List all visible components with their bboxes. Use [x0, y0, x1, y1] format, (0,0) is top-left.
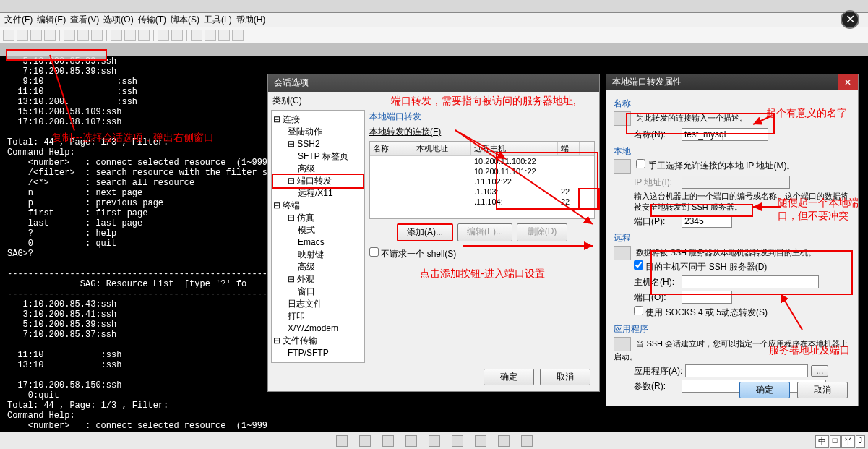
- zoom-out-icon[interactable]: [405, 435, 417, 447]
- menu-view[interactable]: 查看(V): [70, 14, 99, 26]
- menu-help[interactable]: 帮助(H): [236, 14, 266, 26]
- toolbar-button[interactable]: [111, 30, 122, 41]
- category-tree[interactable]: ⊟ 连接 登陆动作 ⊟ SSH2 SFTP 标签页 高级 ⊟ 端口转发 远程/X…: [271, 110, 365, 363]
- tree-item[interactable]: 日志文件: [273, 298, 363, 310]
- status-icon[interactable]: [498, 435, 510, 447]
- close-overlay-button[interactable]: ✕: [841, 10, 859, 29]
- toolbar-button[interactable]: [91, 30, 103, 41]
- computer-icon: [614, 159, 631, 174]
- tree-item[interactable]: X/Y/Zmodem: [273, 322, 363, 335]
- rocket-icon: [614, 337, 631, 351]
- annotation-box: [6, 49, 107, 61]
- app-input[interactable]: [685, 364, 808, 377]
- table-row[interactable]: .11.102:22: [370, 176, 594, 187]
- tree-item[interactable]: FTP/SFTP: [273, 347, 363, 359]
- ok-button[interactable]: 确定: [739, 382, 790, 398]
- close-icon[interactable]: ✕: [838, 74, 858, 90]
- cancel-button[interactable]: 取消: [540, 369, 590, 385]
- zoom-in-icon[interactable]: [382, 435, 394, 447]
- menu-file[interactable]: 文件(F): [4, 14, 33, 26]
- tree-item[interactable]: 映射键: [273, 249, 363, 261]
- rport-input[interactable]: [682, 291, 732, 304]
- tree-terminal[interactable]: ⊟ 终端: [273, 200, 363, 212]
- delete-button[interactable]: 删除(D): [517, 223, 567, 241]
- toolbar-button[interactable]: [171, 30, 183, 41]
- toolbar-button[interactable]: [77, 30, 89, 41]
- hand-icon[interactable]: [521, 435, 533, 447]
- no-shell-label: 不请求一个 shell(S): [381, 249, 456, 259]
- tree-item[interactable]: ⊟ SSH2: [273, 138, 363, 150]
- menu-bar: 文件(F) 编辑(E) 查看(V) 选项(O) 传输(T) 脚本(S) 工具(L…: [0, 13, 868, 27]
- group-label: 本地端口转发: [369, 111, 595, 123]
- toolbar-button[interactable]: [191, 30, 202, 41]
- toolbar-button[interactable]: [232, 30, 244, 41]
- col-remote[interactable]: 远程主机: [471, 142, 558, 155]
- socks-checkbox[interactable]: [634, 306, 643, 315]
- status-icon[interactable]: [452, 435, 463, 447]
- ime-shape[interactable]: □: [830, 435, 841, 448]
- ok-button[interactable]: 确定: [484, 369, 534, 385]
- col-port[interactable]: 端: [558, 142, 580, 155]
- toolbar-button[interactable]: [218, 30, 230, 41]
- dest-diff-checkbox[interactable]: [634, 260, 643, 270]
- status-icon[interactable]: [475, 435, 486, 447]
- toolbar: [0, 27, 868, 43]
- tree-item[interactable]: 高级: [273, 261, 363, 273]
- session-options-dialog: 会话选项 类别(C) ⊟ 连接 登陆动作 ⊟ SSH2 SFTP 标签页 高级 …: [267, 74, 600, 392]
- no-shell-checkbox[interactable]: [369, 247, 379, 257]
- toolbar-button[interactable]: [3, 30, 14, 41]
- toolbar-button[interactable]: [124, 30, 136, 41]
- host-label: 主机名(H):: [634, 276, 679, 288]
- table-row[interactable]: .11.104:22: [370, 197, 594, 207]
- tree-item[interactable]: 远程/X11: [273, 187, 363, 200]
- name-input[interactable]: [682, 128, 768, 141]
- menu-transfer[interactable]: 传输(T): [138, 14, 166, 26]
- status-icon[interactable]: [429, 435, 440, 447]
- forwarding-list[interactable]: 名称 本机地址 远程主机 端 10.200.11.100:2210.200.11…: [369, 141, 595, 219]
- menu-tools[interactable]: 工具(L): [204, 14, 232, 26]
- toolbar-button[interactable]: [138, 30, 150, 41]
- tree-item[interactable]: 模式: [273, 224, 363, 236]
- cancel-button[interactable]: 取消: [797, 382, 848, 398]
- tree-port-forward[interactable]: ⊟ 端口转发: [272, 174, 364, 189]
- toolbar-button[interactable]: [64, 30, 75, 41]
- status-icon[interactable]: [359, 435, 371, 447]
- toolbar-button[interactable]: [158, 30, 169, 41]
- tree-connection[interactable]: ⊟ 连接: [273, 114, 363, 126]
- menu-options[interactable]: 选项(O): [103, 14, 133, 26]
- tree-item[interactable]: ⊟ 仿真: [273, 212, 363, 224]
- col-local[interactable]: 本机地址: [413, 142, 471, 155]
- menu-edit[interactable]: 编辑(E): [37, 14, 66, 26]
- add-button[interactable]: 添加(A)...: [397, 223, 453, 241]
- col-name[interactable]: 名称: [370, 142, 413, 155]
- toolbar-button[interactable]: [205, 30, 216, 41]
- ime-half[interactable]: 半: [841, 435, 855, 448]
- forward-connections-label: 本地转发的连接(F): [369, 127, 441, 137]
- tree-filetransfer[interactable]: ⊟ 文件传输: [273, 335, 363, 347]
- tree-item[interactable]: ⊟ 外观: [273, 273, 363, 286]
- host-input[interactable]: [682, 275, 819, 288]
- port-input[interactable]: [682, 215, 732, 228]
- ip-input: [682, 176, 790, 189]
- ime-lang[interactable]: 中: [815, 435, 829, 448]
- port-label: 端口(P):: [634, 215, 679, 228]
- tree-item[interactable]: 打印: [273, 310, 363, 322]
- browse-button[interactable]: ...: [811, 365, 828, 377]
- ime-punct[interactable]: J: [856, 435, 866, 448]
- ip-label: IP 地址(I):: [634, 176, 679, 189]
- tree-item[interactable]: 窗口: [273, 286, 363, 298]
- edit-button[interactable]: 编辑(E)...: [457, 223, 512, 241]
- table-row[interactable]: 10.200.11.101:22: [370, 166, 594, 176]
- table-row[interactable]: .1.103:22: [370, 187, 594, 197]
- annotation-text: 复制---选择会话选项，弹出右侧窗口: [52, 132, 214, 145]
- menu-script[interactable]: 脚本(S): [171, 14, 199, 26]
- status-icon[interactable]: [336, 435, 348, 447]
- toolbar-button[interactable]: [44, 30, 56, 41]
- tree-item[interactable]: 登陆动作: [273, 126, 363, 138]
- manual-ip-checkbox[interactable]: [636, 159, 645, 168]
- tree-item[interactable]: Emacs: [273, 236, 363, 249]
- toolbar-button[interactable]: [30, 30, 42, 41]
- tree-item[interactable]: SFTP 标签页: [273, 150, 363, 163]
- toolbar-button[interactable]: [17, 30, 28, 41]
- table-row[interactable]: 10.200.11.100:22: [370, 156, 594, 166]
